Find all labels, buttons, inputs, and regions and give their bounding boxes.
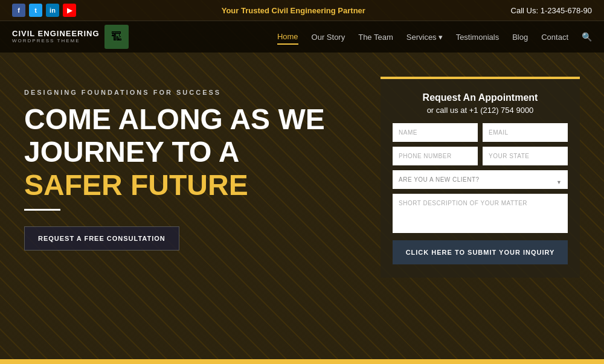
nav-bar: CIVIL ENGINEERING WORDPRESS THEME 🏗 Home… [0, 21, 604, 53]
nav-our-story[interactable]: Our Story [312, 30, 345, 44]
form-row-name-email [393, 123, 568, 142]
nav-the-team[interactable]: The Team [358, 30, 393, 44]
form-subtitle: or call us at +1 (212) 754 9000 [393, 106, 568, 115]
social-icons: f t in ▶ [12, 4, 76, 17]
logo-icon: 🏗 [104, 25, 129, 49]
top-phone: Call Us: 1-2345-678-90 [511, 6, 592, 15]
twitter-icon[interactable]: t [29, 4, 42, 17]
nav-links: Home Our Story The Team Services ▾ Testi… [277, 30, 592, 45]
nav-home[interactable]: Home [277, 30, 298, 45]
top-tagline: Your Trusted Civil Engineering Partner [222, 6, 365, 15]
logo-area[interactable]: CIVIL ENGINEERING WORDPRESS THEME 🏗 [12, 25, 129, 49]
nav-contact[interactable]: Contact [541, 30, 568, 44]
hero-divider [24, 209, 60, 211]
name-input[interactable] [393, 123, 478, 142]
state-input[interactable] [483, 147, 568, 165]
linkedin-icon[interactable]: in [46, 4, 59, 17]
email-input[interactable] [483, 123, 568, 142]
consultation-button[interactable]: REQUEST A FREE CONSULTATION [24, 226, 179, 251]
hero-content: DESIGNING FOUNDATIONS FOR SUCCESS COME A… [0, 53, 604, 362]
bottom-bar [0, 359, 604, 364]
form-row-phone-state [393, 147, 568, 165]
nav-testimonials[interactable]: Testimonials [456, 30, 500, 44]
appointment-form: Request An Appointment or call us at +1 … [381, 77, 580, 278]
form-title: Request An Appointment [393, 92, 568, 103]
hero-tagline: DESIGNING FOUNDATIONS FOR SUCCESS [24, 89, 368, 96]
nav-services[interactable]: Services ▾ [406, 30, 443, 44]
facebook-icon[interactable]: f [12, 4, 25, 17]
submit-button[interactable]: CLICK HERE TO SUBMIT YOUR INQUIRY [393, 240, 568, 264]
logo-text: CIVIL ENGINEERING WORDPRESS THEME [12, 30, 100, 43]
phone-input[interactable] [393, 147, 478, 165]
hero-title-line1: COME ALONG AS WE [24, 104, 368, 135]
client-select[interactable]: ARE YOU A NEW CLIENT? YES NO [393, 170, 568, 189]
description-textarea[interactable] [393, 194, 568, 233]
youtube-icon[interactable]: ▶ [63, 4, 76, 17]
nav-blog[interactable]: Blog [512, 30, 528, 44]
hero-title-line2: JOURNEY TO A [24, 137, 368, 167]
hero-left: DESIGNING FOUNDATIONS FOR SUCCESS COME A… [24, 71, 368, 344]
chevron-down-icon: ▾ [439, 33, 443, 42]
hero-title-gold: SAFER FUTURE [24, 170, 368, 200]
logo-subtitle: WORDPRESS THEME [12, 39, 100, 44]
logo-name: CIVIL ENGINEERING [12, 30, 100, 38]
client-select-wrapper: ARE YOU A NEW CLIENT? YES NO [393, 170, 568, 194]
top-bar: f t in ▶ Your Trusted Civil Engineering … [0, 0, 604, 21]
search-icon[interactable]: 🔍 [582, 32, 592, 42]
